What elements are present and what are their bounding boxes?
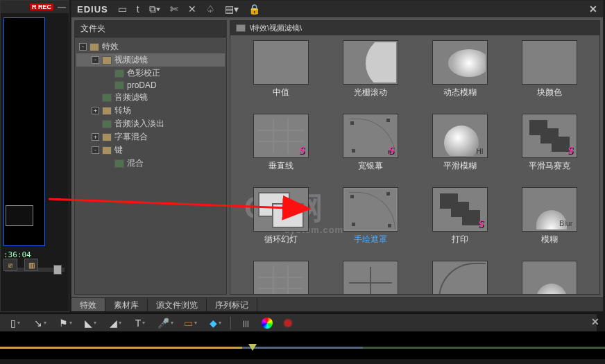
slider-thumb[interactable] xyxy=(53,265,62,275)
folder-icon xyxy=(102,146,112,155)
tree-label: 音频淡入淡出 xyxy=(114,118,164,130)
thumbnail-label: 块颜色 xyxy=(537,87,562,98)
thumbnail-label: 手绘遮罩 xyxy=(354,234,387,245)
tree-node[interactable]: 色彩校正 xyxy=(76,67,225,80)
folder-icon[interactable]: ▭ xyxy=(118,3,127,15)
effect-thumbnail[interactable]: 循环幻灯 xyxy=(243,188,319,257)
tree-label: 视频滤镜 xyxy=(114,54,148,66)
tree-node[interactable]: +字幕混合 xyxy=(76,130,225,144)
minimize-icon[interactable]: — xyxy=(58,2,66,12)
lock-icon[interactable]: 🔒 xyxy=(248,3,260,15)
effect-thumbnail[interactable]: HI平滑模糊 xyxy=(422,114,498,184)
effect-thumbnail[interactable]: S打印 xyxy=(422,188,498,257)
panel-tab[interactable]: 素材库 xyxy=(105,298,148,311)
folder-icon xyxy=(90,43,99,51)
thumbnail-image: HI xyxy=(433,114,487,157)
effect-thumbnail[interactable]: S xyxy=(243,261,319,294)
panel-tab[interactable]: 特效 xyxy=(71,298,105,311)
panel-tab[interactable]: 源文件浏览 xyxy=(148,298,207,311)
preview-tool-2[interactable]: ▥ xyxy=(24,259,38,271)
page-icon[interactable]: ▯▾ xyxy=(6,316,25,330)
tree-node[interactable]: -视频滤镜 xyxy=(76,53,225,67)
cursor-up-icon[interactable]: t xyxy=(137,3,139,15)
tree-toggle[interactable]: - xyxy=(92,56,99,64)
tree-toggle xyxy=(104,159,112,167)
effect-thumbnail[interactable]: 手绘遮罩 xyxy=(332,188,409,257)
tree-label: 键 xyxy=(114,144,123,156)
tree-node[interactable]: -键 xyxy=(76,144,225,157)
mic-icon[interactable]: 🎤▾ xyxy=(155,316,175,330)
effect-thumbnail[interactable]: S宽银幕 xyxy=(332,114,409,184)
thumbnail-label: 模糊 xyxy=(541,234,558,245)
thumbnail-image xyxy=(343,261,398,294)
effect-thumbnail[interactable] xyxy=(422,261,498,294)
text-tool-icon[interactable]: T▾ xyxy=(130,316,150,330)
thumbnail-label: 动态模糊 xyxy=(443,87,477,98)
close-icon[interactable]: ✕ xyxy=(589,3,597,15)
tree-toggle[interactable]: - xyxy=(79,43,87,51)
flag-icon[interactable]: ⚑▾ xyxy=(56,316,75,330)
effect-thumbnail[interactable]: 光栅滚动 xyxy=(332,41,409,110)
timeline-close-icon[interactable]: ✕ xyxy=(591,316,599,327)
hue-wheel-icon[interactable] xyxy=(262,318,273,329)
effect-badge: S xyxy=(568,292,573,294)
panel-tabs: 特效素材库源文件浏览序列标记 xyxy=(71,297,603,311)
thumbnail-label: 循环幻灯 xyxy=(264,234,298,245)
preview-selection-box[interactable] xyxy=(6,205,33,226)
folder-tree[interactable]: -特效-视频滤镜色彩校正proDAD音频滤镜+转场音频淡入淡出+字幕混合-键混合 xyxy=(75,37,226,294)
playhead-icon[interactable] xyxy=(248,344,257,351)
scissors-icon[interactable]: ✄ xyxy=(170,3,178,15)
thumbnail-label: 垂直线 xyxy=(269,160,293,172)
effect-thumbnail[interactable]: S xyxy=(511,261,588,294)
panel-tab[interactable]: 序列标记 xyxy=(207,298,257,311)
tree-toggle xyxy=(104,82,112,89)
cut-left-icon[interactable]: ◣▾ xyxy=(80,316,100,330)
thumbnail-label: 打印 xyxy=(452,234,468,245)
tree-node[interactable]: proDAD xyxy=(76,80,225,91)
thumbnail-label: 平滑模糊 xyxy=(443,160,477,172)
layers-icon[interactable]: ▤▾ xyxy=(225,3,239,15)
thumbnail-image xyxy=(433,261,487,294)
timeline-track[interactable] xyxy=(0,347,605,349)
palette-icon[interactable]: ♤ xyxy=(206,3,215,15)
record-icon[interactable] xyxy=(278,316,298,330)
effect-thumbnail[interactable]: S平滑马赛克 xyxy=(511,114,588,184)
effect-thumbnail[interactable]: 中值 xyxy=(243,41,319,110)
effect-thumbnail[interactable]: 块颜色 xyxy=(511,41,588,110)
thumbnail-image: S xyxy=(522,114,577,157)
effect-thumbnail[interactable] xyxy=(332,261,409,294)
arrow-down-icon[interactable]: ↘▾ xyxy=(31,316,50,330)
effects-grid-panel: \特效\视频滤镜\ GXI网 system.com 中值光栅滚动动态模糊块颜色S… xyxy=(230,20,600,295)
preview-monitor[interactable] xyxy=(3,17,45,246)
effect-icon xyxy=(102,94,112,102)
tree-node[interactable]: -特效 xyxy=(76,40,225,53)
tree-toggle[interactable]: + xyxy=(92,107,99,114)
preview-tool-1[interactable]: ⎚ xyxy=(3,259,17,271)
effects-panel: EDIUS ▭ t ⧉▾ ✄ ✕ ♤ ▤▾ 🔒 ✕ 文件夹 -特效-视频滤镜色彩… xyxy=(71,0,604,311)
folder-icon xyxy=(102,133,112,141)
tree-toggle[interactable]: - xyxy=(92,146,99,154)
effect-thumbnail[interactable]: Blur模糊 xyxy=(511,188,588,257)
marker-icon[interactable]: ◆▾ xyxy=(205,316,225,330)
breadcrumb-path: \特效\视频滤镜\ xyxy=(250,23,302,33)
timeline[interactable] xyxy=(0,331,605,359)
folder-icon xyxy=(102,107,112,115)
tree-node[interactable]: 音频滤镜 xyxy=(76,91,225,104)
tree-toggle[interactable]: + xyxy=(92,133,99,141)
delete-x-icon[interactable]: ✕ xyxy=(188,3,196,15)
clone-icon[interactable]: ⧉▾ xyxy=(149,3,160,15)
effect-thumbnail[interactable]: S垂直线 xyxy=(243,114,319,184)
effect-icon xyxy=(102,120,112,128)
monitor-icon[interactable]: ▭▾ xyxy=(180,316,200,330)
tree-node[interactable]: 音频淡入淡出 xyxy=(76,117,225,130)
effect-badge: S xyxy=(478,218,484,230)
cut-right-icon[interactable]: ◢▾ xyxy=(105,316,125,330)
effects-grid[interactable]: GXI网 system.com 中值光栅滚动动态模糊块颜色S垂直线S宽银幕HI平… xyxy=(230,35,599,294)
thumbnail-label: 宽银幕 xyxy=(358,160,383,172)
effect-thumbnail[interactable]: 动态模糊 xyxy=(422,41,498,110)
tree-node[interactable]: +转场 xyxy=(76,104,225,117)
tree-node[interactable]: 混合 xyxy=(76,157,225,170)
thumbnail-image: Blur xyxy=(522,188,577,231)
effect-icon xyxy=(114,159,124,168)
sliders-icon[interactable]: ⫼ xyxy=(237,316,256,330)
